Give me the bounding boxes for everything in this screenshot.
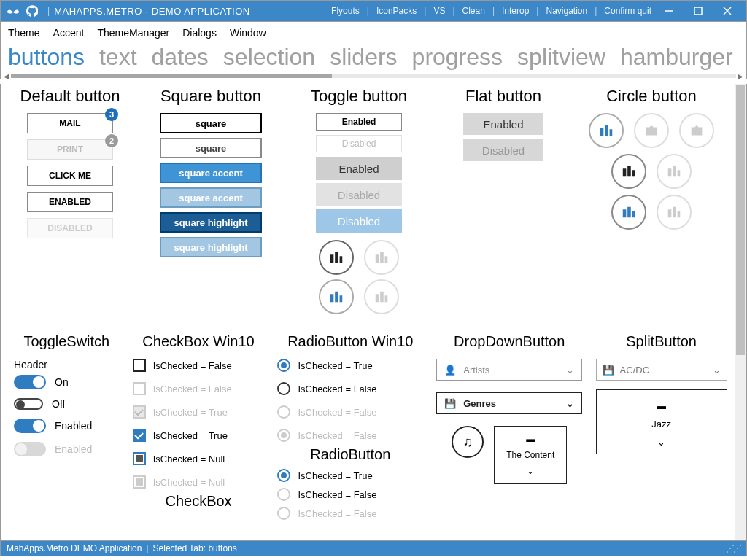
tab-scroll-left[interactable]: ◀: [4, 72, 11, 80]
save-icon: 💾: [603, 365, 614, 376]
tab-scrollbar-thumb[interactable]: [11, 74, 332, 78]
toggle-switch-off[interactable]: [14, 398, 43, 410]
checkbox-icon: [133, 382, 146, 395]
square-highlight-button-2[interactable]: square highlight: [160, 237, 262, 257]
heading-split-button: SplitButton: [626, 333, 697, 350]
splitbutton-jazz[interactable]: ▬ Jazz ⌄: [596, 389, 727, 454]
radio-icon: [277, 405, 290, 419]
square-button-1[interactable]: square: [160, 113, 262, 133]
flat-enabled-button[interactable]: Enabled: [463, 113, 543, 135]
toggle-disabled-flat: Disabled: [316, 183, 402, 206]
github-icon[interactable]: [24, 3, 40, 19]
toggle-enabled-flat[interactable]: Enabled: [316, 157, 402, 180]
radio-icon[interactable]: [277, 359, 290, 372]
menu-window[interactable]: Window: [230, 27, 266, 39]
square-accent-button-2[interactable]: square accent: [160, 187, 262, 208]
toggle-circle-4: [364, 279, 399, 314]
tab-progress[interactable]: progress: [412, 44, 503, 71]
heading-toggle-switch: ToggleSwitch: [23, 333, 109, 350]
circle-button-6[interactable]: [611, 195, 646, 230]
radio2-row-0[interactable]: IsChecked = True: [277, 469, 376, 482]
mail-button[interactable]: MAIL 3: [27, 113, 113, 133]
checkbox-row-2: IsChecked = True: [133, 405, 232, 419]
square-highlight-button-1[interactable]: square highlight: [160, 212, 262, 233]
print-button[interactable]: PRINT 2: [27, 139, 113, 160]
book-icon: ▬: [657, 400, 666, 411]
scrollbar-thumb[interactable]: [736, 85, 745, 355]
tab-dates[interactable]: dates: [152, 44, 209, 71]
close-button[interactable]: [713, 0, 742, 22]
flat-disabled-button: Disabled: [463, 139, 543, 161]
checkbox-icon[interactable]: [133, 452, 146, 465]
vertical-scrollbar[interactable]: [735, 84, 746, 540]
menu-dialogs[interactable]: Dialogs: [182, 27, 217, 39]
radio-row-1[interactable]: IsChecked = False: [277, 382, 376, 395]
checkbox-row-4[interactable]: IsChecked = Null: [133, 452, 232, 465]
checkbox-icon[interactable]: [133, 359, 146, 372]
titlebar-link-clean[interactable]: Clean: [462, 6, 485, 16]
titlebar-link-iconpacks[interactable]: IconPacks: [376, 6, 417, 16]
dropdown-genres[interactable]: 💾 Genres ⌄: [436, 392, 582, 414]
toggle-switch-enabled[interactable]: [14, 419, 46, 433]
svg-rect-1: [694, 7, 702, 15]
toggle-disabled-small: Disabled: [316, 135, 402, 152]
enabled-button[interactable]: ENABLED: [27, 192, 113, 212]
radio-icon[interactable]: [277, 488, 290, 501]
checkbox-row-3[interactable]: IsChecked = True: [133, 429, 232, 442]
dropdown-content-box[interactable]: ▬ The Content ⌄: [494, 426, 567, 484]
menu-thememanager[interactable]: ThemeManager: [97, 27, 169, 39]
menu-accent[interactable]: Accent: [53, 27, 85, 39]
tab-splitview[interactable]: splitview: [517, 44, 605, 71]
circle-button-4[interactable]: [611, 154, 646, 189]
tab-selection[interactable]: selection: [223, 44, 315, 71]
section-square-button: Square button square square square accen…: [145, 87, 276, 314]
subheading-radiobutton: RadioButton: [310, 446, 390, 463]
titlebar-link-confirm-quit[interactable]: Confirm quit: [604, 6, 651, 16]
checkbox-icon: [133, 405, 146, 419]
clickme-button[interactable]: CLICK ME: [27, 166, 113, 186]
titlebar-link-navigation[interactable]: Navigation: [546, 6, 587, 16]
circle-button-1[interactable]: [589, 113, 624, 148]
dropdown-artists[interactable]: 👤 Artists ⌄: [436, 359, 582, 381]
tab-sliders[interactable]: sliders: [330, 44, 397, 71]
splitbutton-acdc[interactable]: 💾 AC/DC ⌄: [596, 359, 727, 381]
section-checkbox-win10: CheckBox Win10 IsChecked = False IsCheck…: [133, 333, 265, 520]
toggle-switch-on[interactable]: [14, 375, 46, 389]
toggle-enabled-small[interactable]: Enabled: [316, 113, 402, 131]
radio-icon[interactable]: [277, 469, 290, 482]
tab-scroll-right[interactable]: ▶: [736, 72, 743, 80]
chevron-down-icon: ⌄: [713, 365, 721, 376]
toggle-switch-on-row: On: [14, 375, 69, 389]
titlebar-link-vs[interactable]: VS: [433, 6, 445, 16]
radio2-row-1[interactable]: IsChecked = False: [277, 488, 376, 501]
checkbox-row-1: IsChecked = False: [133, 382, 232, 395]
dropdown-music-circle[interactable]: ♫: [452, 426, 484, 458]
chevron-down-icon: ⌄: [657, 437, 665, 448]
square-button-2[interactable]: square: [160, 138, 262, 158]
menu-theme[interactable]: Theme: [8, 27, 40, 39]
radio-icon[interactable]: [277, 382, 290, 395]
checkbox-icon[interactable]: [133, 429, 146, 442]
tab-buttons[interactable]: buttons: [8, 44, 85, 71]
checkbox-row-0[interactable]: IsChecked = False: [133, 359, 232, 372]
radio-row-3: IsChecked = False: [277, 429, 376, 442]
print-badge: 2: [105, 134, 118, 147]
toggle-circle-3[interactable]: [319, 279, 354, 314]
tab-text[interactable]: text: [99, 44, 137, 71]
mustache-logo-icon: [5, 3, 21, 19]
radio-row-0[interactable]: IsChecked = True: [277, 359, 376, 372]
heading-circle-button: Circle button: [606, 87, 697, 106]
titlebar-link-flyouts[interactable]: Flyouts: [331, 6, 360, 16]
titlebar-link-interop[interactable]: Interop: [502, 6, 529, 16]
book-icon: ▬: [526, 434, 535, 444]
menu-bar: Theme Accent ThemeManager Dialogs Window: [0, 22, 747, 44]
tab-hamburger[interactable]: hamburger: [620, 44, 733, 71]
resize-grip-icon[interactable]: ⋰⋰: [726, 543, 740, 553]
music-note-icon: ♫: [462, 435, 473, 450]
toggle-circle-1[interactable]: [319, 240, 354, 275]
square-accent-button-1[interactable]: square accent: [160, 163, 262, 183]
checkbox-icon: [133, 475, 146, 489]
tab-scrollbar-track[interactable]: [11, 74, 736, 78]
maximize-button[interactable]: [684, 0, 713, 22]
minimize-button[interactable]: [654, 0, 684, 22]
